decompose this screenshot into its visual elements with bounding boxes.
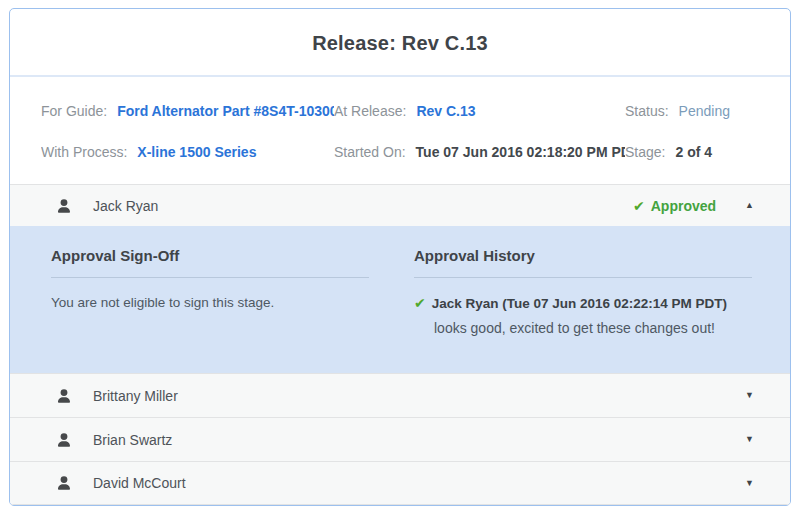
history-divider — [414, 277, 752, 278]
user-icon — [58, 199, 70, 213]
history-title: Approval History — [414, 247, 752, 264]
for-guide-label: For Guide: — [41, 103, 107, 119]
history-entry: ✔ Jack Ryan (Tue 07 Jun 2016 02:22:14 PM… — [414, 295, 752, 336]
approver-row-brittany-miller[interactable]: Brittany Miller ▼ — [10, 373, 790, 417]
user-icon — [58, 476, 70, 490]
approval-panel: Approval Sign-Off You are not eligible t… — [10, 226, 790, 373]
field-started-on: Started On: Tue 07 Jun 2016 02:18:20 PM … — [334, 144, 625, 160]
approver-row-jack-ryan[interactable]: Jack Ryan ✔ Approved ▲ — [10, 184, 790, 226]
started-on-value: Tue 07 Jun 2016 02:18:20 PM PDT — [416, 144, 625, 160]
approver-name: Jack Ryan — [93, 198, 633, 214]
user-icon — [58, 389, 70, 403]
approver-name: Brian Swartz — [93, 432, 745, 448]
approval-signoff-section: Approval Sign-Off You are not eligible t… — [51, 247, 369, 373]
card-header: Release: Rev C.13 — [10, 9, 790, 77]
chevron-down-icon[interactable]: ▼ — [745, 391, 754, 400]
approver-list: Brittany Miller ▼ Brian Swartz ▼ David M… — [10, 373, 790, 505]
guide-link[interactable]: Ford Alternator Part #8S4T-10300-AC R... — [117, 103, 334, 119]
status-badge: Pending — [679, 103, 730, 119]
approved-badge: ✔ Approved — [633, 198, 716, 214]
field-stage: Stage: 2 of 4 — [625, 144, 770, 160]
history-comment: looks good, excited to get these changes… — [434, 320, 752, 336]
field-status: Status: Pending — [625, 103, 770, 119]
history-author-line: Jack Ryan (Tue 07 Jun 2016 02:22:14 PM P… — [432, 296, 727, 311]
chevron-up-icon[interactable]: ▲ — [745, 201, 754, 210]
approved-label: Approved — [651, 198, 716, 214]
process-link[interactable]: X-line 1500 Series — [137, 144, 256, 160]
history-entry-head: ✔ Jack Ryan (Tue 07 Jun 2016 02:22:14 PM… — [414, 295, 752, 311]
signoff-title: Approval Sign-Off — [51, 247, 369, 264]
field-for-guide: For Guide: Ford Alternator Part #8S4T-10… — [41, 103, 334, 119]
field-with-process: With Process: X-line 1500 Series — [41, 144, 334, 160]
check-icon: ✔ — [414, 295, 426, 311]
field-at-release: At Release: Rev C.13 — [334, 103, 625, 119]
release-link[interactable]: Rev C.13 — [416, 103, 475, 119]
release-info: For Guide: Ford Alternator Part #8S4T-10… — [10, 77, 790, 184]
user-icon — [58, 433, 70, 447]
signoff-message: You are not eligible to sign this stage. — [51, 295, 369, 310]
approver-name: David McCourt — [93, 475, 745, 491]
release-card: Release: Rev C.13 For Guide: Ford Altern… — [9, 8, 791, 506]
started-on-label: Started On: — [334, 144, 406, 160]
status-label: Status: — [625, 103, 669, 119]
page-title: Release: Rev C.13 — [10, 32, 790, 55]
approver-row-david-mccourt[interactable]: David McCourt ▼ — [10, 461, 790, 505]
stage-label: Stage: — [625, 144, 665, 160]
signoff-divider — [51, 277, 369, 278]
chevron-down-icon[interactable]: ▼ — [745, 435, 754, 444]
at-release-label: At Release: — [334, 103, 406, 119]
with-process-label: With Process: — [41, 144, 127, 160]
approver-name: Brittany Miller — [93, 388, 745, 404]
chevron-down-icon[interactable]: ▼ — [745, 479, 754, 488]
approval-history-section: Approval History ✔ Jack Ryan (Tue 07 Jun… — [414, 247, 752, 373]
check-icon: ✔ — [633, 198, 645, 214]
approver-row-brian-swartz[interactable]: Brian Swartz ▼ — [10, 417, 790, 461]
stage-value: 2 of 4 — [675, 144, 712, 160]
